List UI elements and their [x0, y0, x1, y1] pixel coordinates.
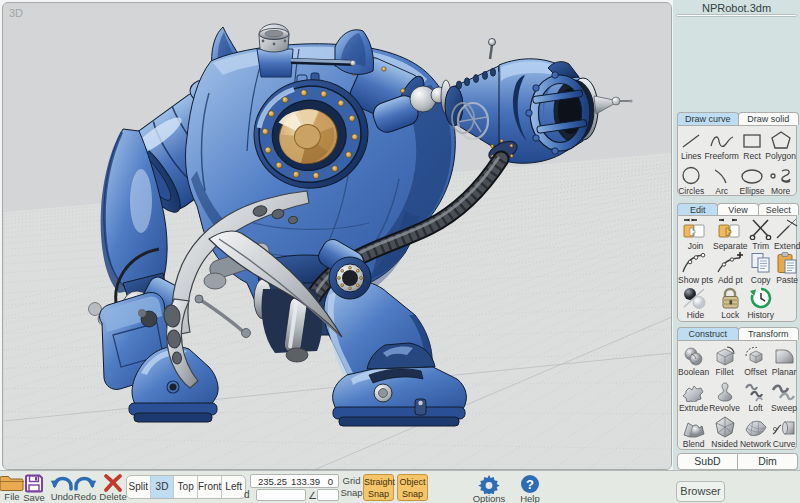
svg-text:?: ?	[526, 477, 534, 492]
